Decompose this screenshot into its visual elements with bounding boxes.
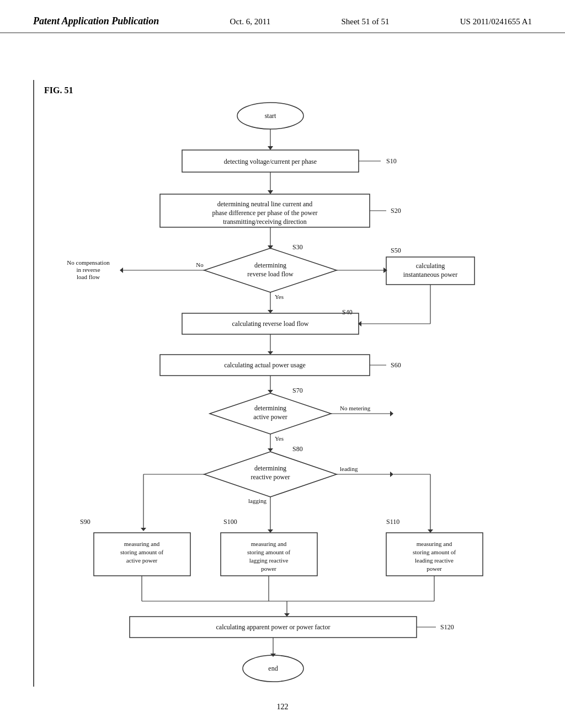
svg-marker-6 xyxy=(268,190,273,194)
s100-node-line4: power xyxy=(261,565,276,572)
leading-label: leading xyxy=(340,465,358,472)
s30-diamond-line2: reverse load flow xyxy=(247,270,294,278)
s10-node: detecting voltage/current per phase xyxy=(224,158,317,165)
yes-s70-label: Yes xyxy=(275,435,284,442)
s70-diamond-line1: determining xyxy=(254,404,286,412)
patent-number: US 2011/0241655 A1 xyxy=(460,17,532,26)
no-compensation-line3: load flow xyxy=(77,274,100,280)
start-node: start xyxy=(265,112,276,120)
page: Patent Application Publication Oct. 6, 2… xyxy=(0,0,565,728)
svg-marker-18 xyxy=(268,310,273,313)
s110-node-line3: leading reactive xyxy=(415,557,454,564)
s80-ref: S80 xyxy=(292,445,303,453)
s80-diamond-line2: reactive power xyxy=(251,473,290,481)
svg-marker-31 xyxy=(390,411,393,416)
svg-marker-41 xyxy=(268,529,273,533)
no-metering-label: No metering xyxy=(340,405,371,411)
s50-ref: S50 xyxy=(391,247,401,254)
s50-node-line1: calculating xyxy=(416,262,445,270)
s100-node-line2: storing amount of xyxy=(247,549,291,555)
flowchart-svg: text { font-family: 'Times New Roman', T… xyxy=(33,83,530,689)
s80-diamond-line1: determining xyxy=(254,464,286,472)
flowchart-container: text { font-family: 'Times New Roman', T… xyxy=(33,83,548,695)
s50-node-line2: instantaneous power xyxy=(403,271,457,279)
s110-node-line4: power xyxy=(427,565,442,572)
s60-node: calculating actual power usage xyxy=(224,361,306,369)
s20-node-line1: determining neutral line current and xyxy=(217,200,313,208)
s90-node-line2: storing amount of xyxy=(120,549,164,555)
no-label: No xyxy=(196,261,204,268)
s20-node-line2: phase difference per phase of the power xyxy=(212,209,317,217)
svg-marker-44 xyxy=(428,529,433,533)
svg-marker-39 xyxy=(141,528,146,531)
s90-ref: S90 xyxy=(80,518,90,526)
s90-node-line3: active power xyxy=(126,557,158,564)
page-header: Patent Application Publication Oct. 6, 2… xyxy=(0,0,565,33)
s90-node-line1: measuring and xyxy=(124,540,160,547)
s100-node-line3: lagging reactive xyxy=(249,557,289,564)
publication-date: Oct. 6, 2011 xyxy=(230,17,271,26)
s120-node: calculating apparent power or power fact… xyxy=(216,623,331,631)
s110-node-line2: storing amount of xyxy=(413,549,456,555)
sheet-number: Sheet 51 of 51 xyxy=(341,17,389,26)
s10-ref: S10 xyxy=(386,157,397,165)
svg-marker-36 xyxy=(390,472,393,477)
s20-node-line3: transmitting/receiving direction xyxy=(223,218,307,226)
svg-marker-54 xyxy=(284,613,290,617)
s100-ref: S100 xyxy=(223,518,237,526)
yes-s30-label: Yes xyxy=(275,293,284,300)
s60-ref: S60 xyxy=(391,361,401,369)
s30-ref: S30 xyxy=(292,243,303,251)
svg-marker-14 xyxy=(383,267,387,273)
svg-marker-16 xyxy=(120,267,123,273)
s20-ref: S20 xyxy=(391,207,401,215)
s40-node: calculating reverse load flow xyxy=(232,320,309,328)
end-node: end xyxy=(268,665,278,672)
s120-ref: S120 xyxy=(440,623,454,631)
s100-node-line1: measuring and xyxy=(251,540,287,547)
page-number: 122 xyxy=(277,703,289,711)
s110-node-line1: measuring and xyxy=(417,540,452,547)
svg-marker-28 xyxy=(268,390,273,393)
svg-marker-33 xyxy=(268,448,273,452)
s30-diamond-line1: determining xyxy=(254,261,286,269)
no-compensation-line2: in reverse xyxy=(76,266,100,273)
no-compensation-line1: No compensation xyxy=(67,259,110,266)
s110-ref: S110 xyxy=(386,518,399,526)
s70-ref: S70 xyxy=(292,387,303,394)
svg-marker-24 xyxy=(268,351,273,355)
lagging-label: lagging xyxy=(248,497,266,504)
svg-marker-2 xyxy=(268,146,273,150)
s70-diamond-line2: active power xyxy=(253,413,287,421)
publication-title: Patent Application Publication xyxy=(33,15,159,27)
s40-ref: S40 xyxy=(342,308,353,316)
